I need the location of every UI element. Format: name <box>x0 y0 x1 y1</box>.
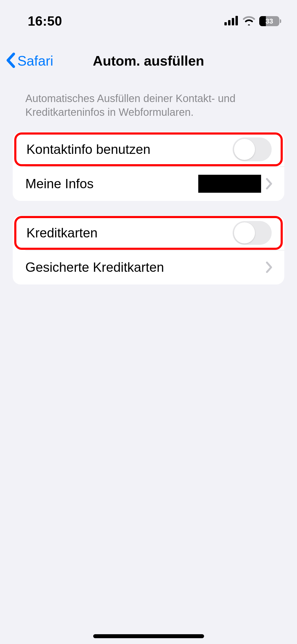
chevron-right-icon <box>266 178 273 190</box>
content: Automatisches Ausfüllen deiner Kontakt- … <box>0 86 297 644</box>
row-saved-credit-cards[interactable]: Gesicherte Kreditkarten <box>13 250 284 284</box>
battery-icon: 33 <box>259 16 281 26</box>
svg-rect-3 <box>235 16 238 25</box>
row-credit-cards[interactable]: Kreditkarten <box>13 216 284 250</box>
back-label: Safari <box>17 53 53 69</box>
row-label: Kontaktinfo benutzen <box>26 142 233 157</box>
my-info-value-masked <box>198 175 261 193</box>
row-use-contact-info[interactable]: Kontaktinfo benutzen <box>13 132 284 167</box>
back-button[interactable]: Safari <box>6 42 53 79</box>
svg-rect-1 <box>228 20 230 25</box>
battery-percent: 33 <box>259 17 279 25</box>
toggle-credit-cards[interactable] <box>233 221 272 245</box>
settings-group-credit-cards: Kreditkarten Gesicherte Kreditkarten <box>13 216 284 284</box>
section-description: Automatisches Ausfüllen deiner Kontakt- … <box>0 86 275 127</box>
annotation-highlight: Kreditkarten <box>14 216 283 250</box>
cellular-signal-icon <box>224 16 239 26</box>
nav-bar: Safari Autom. ausfüllen <box>0 42 297 79</box>
chevron-left-icon <box>6 52 16 69</box>
chevron-right-icon <box>266 261 273 273</box>
page-title: Autom. ausfüllen <box>93 53 204 69</box>
annotation-highlight: Kontaktinfo benutzen <box>14 132 283 166</box>
settings-group-contact: Kontaktinfo benutzen Meine Infos <box>13 132 284 201</box>
row-label: Gesicherte Kreditkarten <box>25 260 266 275</box>
toggle-use-contact-info[interactable] <box>233 137 272 161</box>
row-label: Meine Infos <box>25 176 198 191</box>
home-indicator <box>93 634 204 638</box>
svg-rect-0 <box>224 22 227 25</box>
svg-rect-2 <box>232 18 234 25</box>
row-my-info[interactable]: Meine Infos <box>13 167 284 201</box>
wifi-icon <box>242 16 256 26</box>
status-right: 33 <box>224 16 284 26</box>
status-time: 16:50 <box>13 13 62 29</box>
status-bar: 16:50 33 <box>0 0 297 37</box>
row-label: Kreditkarten <box>26 225 233 241</box>
